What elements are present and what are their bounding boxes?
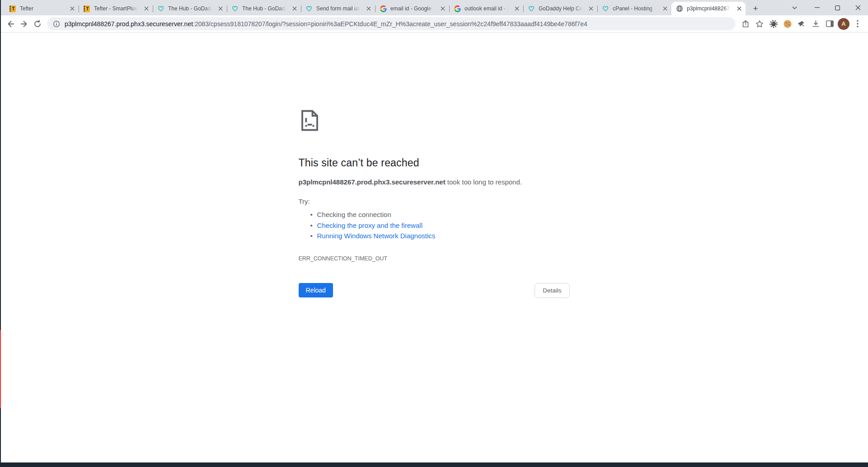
tab-p3plmcpnl-active[interactable]: p3plmcpnl488267.p (671, 2, 746, 15)
page-content: This site can’t be reached p3plmcpnl4882… (0, 33, 868, 462)
godaddy-icon (231, 5, 239, 12)
google-icon (380, 5, 387, 12)
suggestion-list: Checking the connection Checking the pro… (299, 209, 570, 241)
page-info-icon[interactable] (53, 20, 60, 28)
maximize-button[interactable] (827, 0, 848, 15)
browser-toolbar: p3plmcpnl488267.prod.phx3.secureserver.n… (0, 15, 868, 33)
address-bar[interactable]: p3plmcpnl488267.prod.phx3.secureserver.n… (47, 17, 736, 30)
side-panel-icon[interactable] (823, 17, 836, 31)
reload-icon[interactable] (31, 17, 44, 31)
tab-label: cPanel - Hosting (613, 5, 657, 12)
godaddy-icon (305, 5, 313, 12)
tab-close-icon[interactable] (439, 5, 446, 13)
tab-label: Tefter - SmartPlus (94, 5, 139, 12)
tab-strip: T Tefter T Tefter - SmartPlus The Hub - … (0, 0, 868, 15)
close-window-button[interactable] (848, 0, 868, 15)
bookmark-star-icon[interactable] (753, 17, 766, 31)
extensions-puzzle-icon[interactable] (795, 17, 808, 31)
new-tab-button[interactable]: + (749, 2, 762, 15)
error-message-suffix: took too long to respond. (446, 178, 522, 186)
adblock-extension-icon[interactable] (767, 17, 780, 31)
tab-close-icon[interactable] (513, 5, 521, 13)
screen-left-edge-red-segment (0, 330, 1, 408)
tab-email-id-google[interactable]: email id - Google S (375, 2, 449, 15)
window-controls (785, 0, 868, 15)
back-icon[interactable] (4, 17, 17, 31)
url-text[interactable]: p3plmcpnl488267.prod.phx3.secureserver.n… (65, 20, 587, 28)
menu-dots-icon[interactable] (851, 17, 864, 31)
error-host: p3plmcpnl488267.prod.phx3.secureserver.n… (299, 178, 446, 186)
tab-close-icon[interactable] (365, 5, 372, 13)
error-panel: This site can’t be reached p3plmcpnl4882… (299, 108, 570, 298)
downloads-icon[interactable] (809, 17, 822, 31)
error-title: This site can’t be reached (299, 157, 570, 169)
share-icon[interactable] (739, 17, 752, 31)
tab-send-form-mail[interactable]: Send form mail usi (301, 2, 375, 15)
tab-label: outlook email id - O (464, 5, 509, 12)
cookie-extension-icon[interactable] (781, 17, 794, 31)
tab-outlook-email-id[interactable]: outlook email id - O (449, 2, 523, 15)
godaddy-icon (157, 5, 164, 12)
tab-label: GoDaddy Help Cen (539, 5, 583, 12)
tab-close-icon[interactable] (291, 5, 298, 13)
tab-label: Send form mail usi (316, 5, 361, 12)
profile-avatar[interactable]: A (837, 17, 850, 31)
screen-bottom-bar (0, 462, 868, 467)
tab-label: The Hub - GoDadd (242, 5, 287, 12)
tab-label: The Hub - GoDadd (168, 5, 213, 12)
tab-search-chevron-icon[interactable] (785, 0, 803, 15)
suggestion-proxy-firewall-link[interactable]: Checking the proxy and the firewall (299, 220, 570, 231)
error-message: p3plmcpnl488267.prod.phx3.secureserver.n… (299, 178, 570, 187)
google-icon (454, 5, 461, 12)
tab-close-icon[interactable] (68, 5, 76, 13)
forward-icon[interactable] (17, 17, 31, 31)
tab-label: Tefter (20, 5, 65, 12)
tab-tefter-smartplus[interactable]: T Tefter - SmartPlus (79, 2, 153, 15)
godaddy-icon (602, 5, 609, 12)
try-label: Try: (299, 198, 570, 205)
minimize-button[interactable] (807, 0, 827, 15)
globe-icon (676, 5, 683, 12)
avatar-letter: A (838, 18, 849, 30)
tefter-icon: T (83, 5, 90, 12)
tab-close-icon[interactable] (142, 5, 150, 13)
url-path: :2083/cpsess9181078207/login/?session=pi… (193, 20, 587, 28)
godaddy-icon (528, 5, 535, 12)
error-code: ERR_CONNECTION_TIMED_OUT (299, 255, 570, 262)
reload-button[interactable]: Reload (299, 283, 333, 297)
tab-close-icon[interactable] (216, 5, 224, 13)
tab-the-hub-godaddy-1[interactable]: The Hub - GoDadd (153, 2, 227, 15)
suggestion-checking-connection: Checking the connection (299, 209, 570, 220)
sad-page-icon (299, 108, 321, 132)
tab-the-hub-godaddy-2[interactable]: The Hub - GoDadd (227, 2, 301, 15)
error-buttons-row: Reload Details (299, 283, 570, 298)
details-button[interactable]: Details (535, 283, 569, 298)
suggestion-network-diagnostics-link[interactable]: Running Windows Network Diagnostics (299, 231, 570, 241)
tab-tefter[interactable]: T Tefter (5, 2, 79, 15)
browser-window: T Tefter T Tefter - SmartPlus The Hub - … (0, 0, 868, 467)
tab-cpanel-hosting[interactable]: cPanel - Hosting (597, 2, 671, 15)
tefter-icon: T (9, 5, 16, 12)
tab-close-icon[interactable] (587, 5, 595, 13)
tab-close-icon[interactable] (661, 5, 669, 13)
tab-godaddy-help[interactable]: GoDaddy Help Cen (523, 2, 597, 15)
tab-close-icon[interactable] (735, 5, 743, 13)
url-host: p3plmcpnl488267.prod.phx3.secureserver.n… (65, 20, 193, 28)
tab-label: email id - Google S (390, 5, 435, 12)
tab-label: p3plmcpnl488267.p (687, 5, 732, 12)
